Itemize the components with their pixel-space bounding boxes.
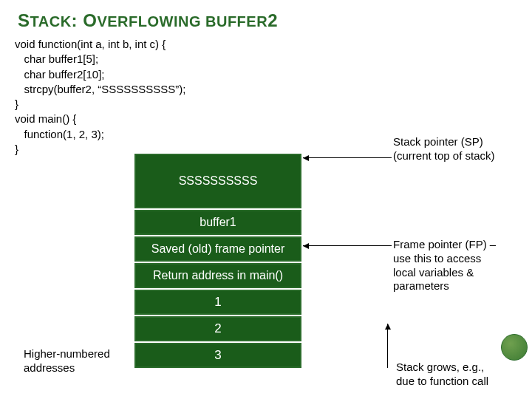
- stack-box-param1: 1: [134, 290, 301, 315]
- code-line: void function(int a, int b, int c) {: [15, 37, 532, 52]
- code-line: strcpy(buffer2, “SSSSSSSSSS”);: [15, 82, 532, 97]
- stack-box-ret: Return address in main(): [134, 263, 301, 288]
- fp-label: Frame pointer (FP) – use this to access …: [393, 238, 496, 293]
- title-p5: BUFFER: [201, 13, 267, 30]
- growth-arrow: [387, 324, 388, 368]
- stack-box-buffer2: SSSSSSSSSS: [134, 154, 301, 208]
- fp-arrow: [303, 245, 392, 246]
- decorative-circle-icon: [501, 334, 528, 361]
- code-line: char buffer2[10];: [15, 67, 532, 82]
- stack-box-buffer1: buffer1: [134, 210, 301, 235]
- stack-box-param2: 2: [134, 316, 301, 341]
- title-p2: TACK: [30, 13, 72, 30]
- sp-label: Stack pointer (SP) (current top of stack…: [393, 135, 495, 163]
- slide-title: STACK: OVERFLOWING BUFFER2: [0, 0, 532, 31]
- code-line: }: [15, 97, 532, 112]
- higher-addr-label: Higher-numbered addresses: [24, 347, 110, 375]
- title-p6: 2: [267, 10, 278, 30]
- title-p1: S: [18, 10, 30, 30]
- title-p4: VERFLOWING: [97, 13, 201, 30]
- code-line: char buffer1[5];: [15, 52, 532, 66]
- code-line: void main() {: [15, 112, 532, 126]
- stack-diagram: SSSSSSSSSS buffer1 Saved (old) frame poi…: [134, 154, 301, 369]
- stack-box-sfp: Saved (old) frame pointer: [134, 236, 301, 262]
- growth-label: Stack grows, e.g., due to function call: [396, 361, 488, 389]
- title-p3: : O: [72, 10, 98, 30]
- sp-arrow: [303, 157, 392, 158]
- stack-box-param3: 3: [134, 343, 301, 368]
